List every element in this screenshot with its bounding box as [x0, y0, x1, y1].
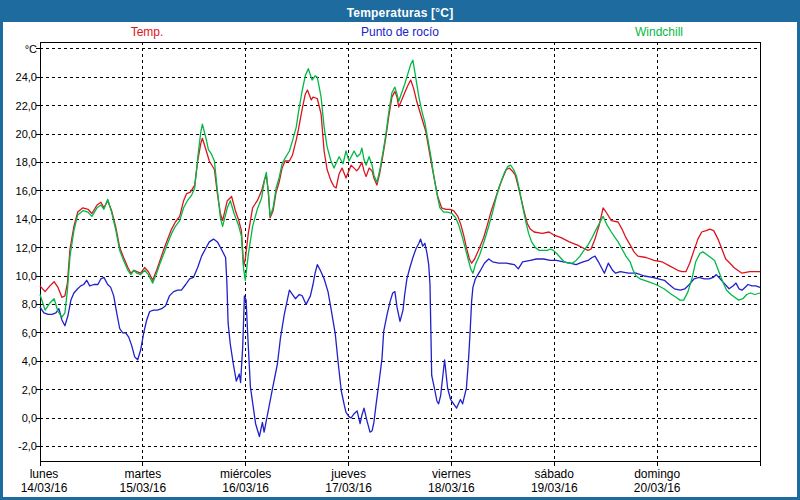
- y-axis-tick-label: 6,0: [3, 327, 37, 339]
- y-axis-tick-label: 10,0: [3, 270, 37, 282]
- chart-panel: Temp.Punto de rocíoWindchill °C24,022,02…: [3, 22, 797, 497]
- y-axis-tick-label: 2,0: [3, 384, 37, 396]
- y-axis-tick-label: 20,0: [3, 128, 37, 140]
- app-window: Temperaturas [°C] Temp.Punto de rocíoWin…: [0, 0, 800, 500]
- y-axis-tick-label: 0,0: [3, 412, 37, 424]
- y-axis-tick-label: 12,0: [3, 242, 37, 254]
- y-axis-tick-label: 16,0: [3, 185, 37, 197]
- x-axis-day-label: lunes14/03/16: [21, 467, 68, 495]
- chart-plot: [3, 22, 797, 497]
- day-name: lunes: [21, 467, 68, 481]
- day-date: 14/03/16: [21, 481, 68, 495]
- series-line-temp: [40, 80, 760, 297]
- y-axis-tick-label: 22,0: [3, 100, 37, 112]
- x-axis-day-label: miércoles16/03/16: [220, 467, 271, 495]
- day-name: viernes: [428, 467, 475, 481]
- day-name: sábado: [531, 467, 578, 481]
- day-date: 17/03/16: [325, 481, 372, 495]
- x-axis-day-label: viernes18/03/16: [428, 467, 475, 495]
- day-date: 20/03/16: [634, 481, 681, 495]
- y-axis-tick-label: 14,0: [3, 213, 37, 225]
- series-line-windchill: [40, 60, 760, 317]
- x-axis-day-label: domingo20/03/16: [634, 467, 681, 495]
- day-name: martes: [119, 467, 166, 481]
- x-axis-day-label: sábado19/03/16: [531, 467, 578, 495]
- x-axis-day-label: martes15/03/16: [119, 467, 166, 495]
- y-axis-tick-label: 24,0: [3, 71, 37, 83]
- day-date: 19/03/16: [531, 481, 578, 495]
- window-titlebar: Temperaturas [°C]: [3, 3, 797, 22]
- series-line-punto-de-roc-o: [40, 239, 760, 436]
- day-name: domingo: [634, 467, 681, 481]
- y-axis-tick-label: 4,0: [3, 355, 37, 367]
- window-title: Temperaturas [°C]: [347, 6, 454, 20]
- y-axis-tick-label: 18,0: [3, 156, 37, 168]
- day-date: 15/03/16: [119, 481, 166, 495]
- day-name: miércoles: [220, 467, 271, 481]
- x-axis-day-label: jueves17/03/16: [325, 467, 372, 495]
- day-date: 16/03/16: [220, 481, 271, 495]
- y-axis-tick-label: 8,0: [3, 298, 37, 310]
- day-date: 18/03/16: [428, 481, 475, 495]
- y-axis-unit-label: °C: [3, 43, 37, 55]
- y-axis-tick-label: -2,0: [3, 440, 37, 452]
- day-name: jueves: [325, 467, 372, 481]
